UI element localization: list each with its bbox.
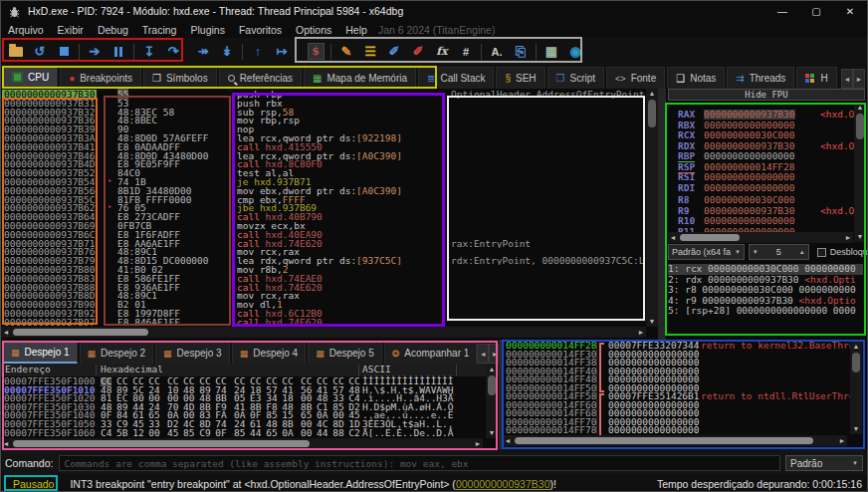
run-icon[interactable]: ➔ bbox=[83, 41, 107, 63]
calling-convention-select[interactable]: Padrão (x64 fa▼ bbox=[668, 244, 745, 260]
tab-mapa-de-memória[interactable]: ▦Mapa de Memória bbox=[304, 67, 416, 89]
pencil-icon[interactable]: ✎ bbox=[334, 41, 358, 63]
disasm-row[interactable]: 0000000000937B62▾76 05jbe hxd.937B69 bbox=[1, 203, 646, 212]
disasm-row[interactable]: 0000000000937B3153push rbx bbox=[1, 99, 646, 108]
argument-line[interactable]: 4: r9 0000000000937B30 <hxd.Optio bbox=[668, 296, 863, 307]
open-file-icon[interactable] bbox=[4, 41, 28, 63]
dump-hscrollbar[interactable]: ◄► bbox=[1, 438, 483, 449]
argument-line[interactable]: 2: rdx 0000000000937B30 <hxd.Opti bbox=[668, 275, 863, 286]
az-icon[interactable]: A. bbox=[485, 41, 509, 63]
stack-hscrollbar[interactable]: ◄► bbox=[503, 435, 847, 446]
disasm-row[interactable]: 0000000000937B88E8 936AE1FFcall hxd.74E6… bbox=[1, 283, 646, 292]
disasm-row[interactable]: 0000000000937B3A48:8D0D 57A6FEFFlea rcx,… bbox=[1, 133, 646, 142]
disassembly-hscrollbar[interactable]: ◄► bbox=[1, 327, 646, 338]
register-row[interactable]: R8000000000030C000 bbox=[666, 195, 868, 206]
disasm-row[interactable]: 0000000000937B97E8 846AE1FFcall hxd.74E6… bbox=[1, 318, 646, 327]
tab-despejo-4[interactable]: ▦Despejo 4 bbox=[232, 342, 307, 364]
unlock-checkbox[interactable] bbox=[817, 248, 826, 257]
argument-line[interactable]: 1: rcx 000000000030C000 000000000 bbox=[668, 264, 863, 275]
disasm-row[interactable]: 0000000000937B8041:B0 02mov r8b,2 bbox=[1, 265, 646, 274]
comment-brush-icon[interactable]: ✐ bbox=[382, 41, 406, 63]
disasm-row[interactable]: 0000000000937B3248:83EC 58sub rsp,58 bbox=[1, 108, 646, 117]
disasm-row[interactable]: 0000000000937B4DE8 9E05F9FFcall hxd.8C80… bbox=[1, 159, 646, 168]
tab-seh[interactable]: §SEH bbox=[496, 67, 544, 89]
minimize-button[interactable]: — bbox=[765, 1, 799, 21]
hash-icon[interactable]: # bbox=[454, 41, 478, 63]
disasm-row[interactable]: 0000000000937B3648:8BECmov rbp,rsp bbox=[1, 116, 646, 124]
patches-icon[interactable]: ☰ bbox=[358, 41, 382, 63]
disasm-row[interactable]: 0000000000937B71E8 AA6AE1FFcall hxd.74E6… bbox=[1, 239, 646, 248]
tab-threads[interactable]: ⇉Threads bbox=[727, 67, 794, 89]
disassembly-view[interactable]: 0000000000937B3055push rbpOptionalHeader… bbox=[1, 89, 646, 327]
tab-despejo-2[interactable]: ▦Despejo 2 bbox=[80, 342, 154, 364]
disasm-row[interactable]: 0000000000937B5284C0test al,al bbox=[1, 168, 646, 177]
disasm-row[interactable]: 0000000000937B6CE8 1F6FADFFcall hxd.40EA… bbox=[1, 230, 646, 239]
argument-line[interactable]: 3: r8 000000000030C000 0000000000 bbox=[668, 285, 863, 296]
stop-icon[interactable] bbox=[52, 41, 76, 63]
menu-debug[interactable]: Debug bbox=[91, 24, 135, 36]
disasm-row[interactable]: 0000000000937B5C81FB FFFF0000cmp ebx,FFF… bbox=[1, 195, 646, 204]
tab-despejo-3[interactable]: ▦Despejo 3 bbox=[155, 342, 230, 364]
disasm-row[interactable]: 0000000000937B568B1D 34480D00mov ebx,dwo… bbox=[1, 186, 646, 195]
tab-cpu[interactable]: CPU bbox=[3, 67, 58, 89]
tab-scroll-right[interactable]: ► bbox=[853, 69, 865, 89]
disasm-row[interactable]: 0000000000937B4648:8D0D 43480D00lea rcx,… bbox=[1, 151, 646, 160]
disasm-row[interactable]: 0000000000937B3055push rbpOptionalHeader… bbox=[1, 90, 646, 99]
run-trace-icon[interactable]: ↠ bbox=[191, 41, 215, 63]
disasm-row[interactable]: 0000000000937B83E8 586FE1FFcall hxd.74EA… bbox=[1, 274, 646, 283]
argument-count-spinner[interactable]: ▼5▲ bbox=[749, 244, 809, 260]
maximize-button[interactable]: ▢ bbox=[799, 1, 833, 21]
tab-breakpoints[interactable]: ●Breakpoints bbox=[60, 67, 141, 89]
trace-into-icon[interactable]: ↡ bbox=[215, 41, 239, 63]
globe-icon[interactable]: ◉ bbox=[563, 41, 587, 63]
disasm-row[interactable]: 0000000000937B690FB7CBmovzx ecx,bx bbox=[1, 221, 646, 230]
label-brush-icon[interactable]: ✐ bbox=[406, 41, 430, 63]
tab-call-stack[interactable]: ≣Call Stack bbox=[418, 67, 494, 89]
disasm-row[interactable]: 0000000000937B64E8 273CADFFcall hxd.40B7… bbox=[1, 212, 646, 221]
restart-icon[interactable]: ↺ bbox=[28, 41, 52, 63]
step-into-icon[interactable]: ↧ bbox=[137, 41, 161, 63]
stack-vscrollbar[interactable]: ▲▼ bbox=[850, 342, 862, 434]
tab-acompanhar-1[interactable]: ❂Acompanhar 1 bbox=[384, 342, 478, 364]
register-row[interactable]: RSI0000000000000000 bbox=[666, 172, 868, 183]
menu-arquivo[interactable]: Arquivo bbox=[1, 24, 51, 36]
command-input[interactable]: Commands are comma separated (like assem… bbox=[59, 455, 780, 471]
menu-favoritos[interactable]: Favoritos bbox=[232, 24, 289, 36]
entry-point-address-link[interactable]: 0000000000937B30 bbox=[456, 478, 550, 490]
calculator-icon[interactable]: ▦ bbox=[540, 41, 563, 63]
tab-despejo-1[interactable]: ▦Despejo 1 bbox=[3, 342, 78, 364]
pause-icon[interactable] bbox=[107, 41, 130, 63]
registers-vscrollbar[interactable]: ▲▼ bbox=[854, 103, 866, 242]
register-row[interactable]: RDI0000000000000000 bbox=[666, 183, 868, 194]
dump-row[interactable]: 00007FFE350F1060C45B12004585C90F8544650A… bbox=[1, 429, 499, 438]
tab-símbolos[interactable]: ❐Símbolos bbox=[143, 67, 217, 89]
dump-vscrollbar[interactable]: ▲▼ bbox=[486, 365, 498, 438]
step-over-icon[interactable]: ↷ bbox=[161, 41, 185, 63]
patch-file-icon[interactable]: ⎘ bbox=[509, 41, 533, 63]
register-row[interactable]: RAX0000000000937B30<hxd.O bbox=[666, 110, 868, 121]
registers-hscrollbar[interactable]: ◄► bbox=[668, 232, 853, 243]
disassembly-vscrollbar[interactable]: ▲▼ bbox=[646, 89, 658, 327]
register-row[interactable]: R100000000000000000 bbox=[666, 216, 868, 227]
fx-icon[interactable]: fx bbox=[430, 41, 454, 63]
breakpoint-dollar-icon[interactable]: $ bbox=[304, 41, 327, 63]
arguments-list[interactable]: 1: rcx 000000000030C000 0000000002: rdx … bbox=[668, 264, 863, 317]
hide-fpu-button[interactable]: Hide FPU bbox=[668, 89, 865, 101]
menu-help[interactable]: Help bbox=[338, 24, 374, 36]
close-button[interactable]: ✕ bbox=[833, 1, 867, 21]
tab-despejo-5[interactable]: ▦Despejo 5 bbox=[308, 342, 382, 364]
tab-scroll-left[interactable]: ◄ bbox=[841, 69, 853, 89]
command-profile-select[interactable]: Padrão▼ bbox=[785, 455, 863, 471]
dump-tab-scroll-left[interactable]: ◄ bbox=[477, 344, 489, 364]
tab-h[interactable]: H bbox=[796, 67, 836, 89]
stack-row[interactable]: 000000000014FF780000000000000000 bbox=[503, 426, 867, 435]
execute-till-return-icon[interactable]: ↑ bbox=[246, 41, 270, 63]
disasm-row[interactable]: 0000000000937B90B2 01mov dl,1 bbox=[1, 300, 646, 309]
menu-tracing[interactable]: Tracing bbox=[135, 24, 184, 36]
menu-exibir[interactable]: Exibir bbox=[51, 24, 91, 36]
splitter[interactable] bbox=[658, 89, 666, 340]
disasm-row[interactable]: 0000000000937B8D48:89C1mov rcx,rax bbox=[1, 291, 646, 300]
disasm-row[interactable]: 0000000000937B7948:8D15 DC000000lea rdx,… bbox=[1, 256, 646, 265]
disasm-row[interactable]: 0000000000937B92E8 1997D8FFcall hxd.6C12… bbox=[1, 309, 646, 318]
argument-line[interactable]: 5: [rsp+28] 0000000000000000 0000 bbox=[668, 306, 863, 317]
